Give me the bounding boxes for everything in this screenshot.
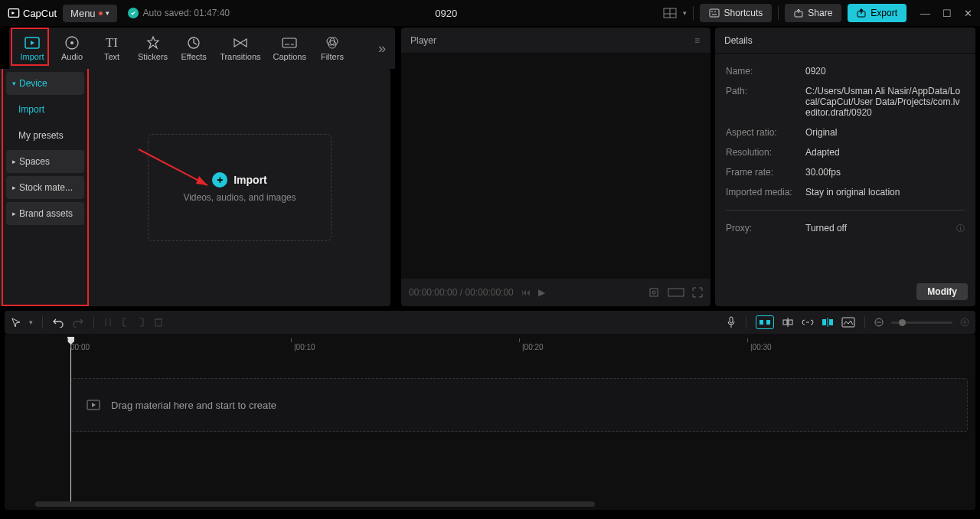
cover-icon[interactable] bbox=[841, 317, 855, 328]
top-bar: CapCut Menu ▾ Auto saved: 01:47:40 0920 … bbox=[0, 0, 980, 26]
zoom-out-icon[interactable] bbox=[874, 318, 884, 327]
sidebar-label: Import bbox=[18, 104, 44, 115]
autosave-status: Auto saved: 01:47:40 bbox=[128, 8, 230, 18]
pointer-tool-icon[interactable] bbox=[11, 317, 21, 328]
transitions-icon bbox=[233, 35, 248, 51]
maximize-icon[interactable]: ☐ bbox=[942, 8, 952, 19]
undo-icon[interactable] bbox=[52, 317, 64, 328]
menu-button[interactable]: Menu ▾ bbox=[63, 5, 117, 22]
mic-icon[interactable] bbox=[726, 316, 737, 328]
export-button[interactable]: Export bbox=[848, 4, 906, 22]
import-area: + Import Videos, audios, and images bbox=[89, 69, 390, 306]
detail-value: 0920 bbox=[805, 66, 826, 77]
prev-frame-icon[interactable]: ⏮ bbox=[521, 287, 531, 298]
svg-point-21 bbox=[328, 41, 336, 48]
tab-label: Stickers bbox=[138, 52, 168, 61]
player-menu-icon[interactable]: ≡ bbox=[694, 35, 701, 46]
more-tabs-icon[interactable]: » bbox=[372, 41, 392, 57]
timeline-toolbar: ▾ bbox=[5, 311, 975, 334]
close-icon[interactable]: ✕ bbox=[964, 8, 972, 19]
media-icon bbox=[87, 400, 100, 410]
tool-tabs: Import Audio TI Text Stickers Effects Tr… bbox=[9, 28, 395, 69]
chevron-down-icon: ▾ bbox=[106, 9, 109, 17]
sidebar-item-import[interactable]: Import bbox=[6, 98, 84, 121]
sidebar-item-spaces[interactable]: ▸Spaces bbox=[6, 150, 84, 173]
ruler-tick: |00:30 bbox=[750, 343, 772, 351]
detail-label: Imported media: bbox=[726, 187, 805, 197]
preview-snap-icon[interactable] bbox=[822, 317, 834, 328]
svg-rect-28 bbox=[155, 319, 162, 326]
tab-text[interactable]: TI Text bbox=[92, 32, 132, 64]
link-icon[interactable] bbox=[802, 318, 814, 326]
minimize-icon[interactable]: — bbox=[920, 8, 930, 19]
ruler-tick: 00:00 bbox=[70, 343, 90, 351]
detail-label: Name: bbox=[726, 66, 805, 77]
play-icon[interactable]: ▶ bbox=[538, 287, 545, 298]
timeline-drop-text: Drag material here and start to create bbox=[111, 400, 276, 411]
tab-import[interactable]: Import bbox=[12, 32, 52, 64]
detail-value: C:/Users/Usman Ali Nasir/AppData/Local/C… bbox=[805, 86, 965, 118]
tab-stickers[interactable]: Stickers bbox=[132, 32, 174, 64]
chevron-down-icon[interactable]: ▾ bbox=[29, 318, 33, 326]
tab-filters[interactable]: Filters bbox=[312, 32, 352, 64]
layout-icon[interactable] bbox=[663, 8, 677, 18]
app-logo: CapCut bbox=[8, 7, 57, 19]
zoom-in-icon[interactable] bbox=[960, 318, 969, 327]
share-icon bbox=[794, 8, 803, 18]
playhead[interactable] bbox=[70, 337, 71, 502]
scale-icon[interactable] bbox=[648, 286, 660, 299]
tab-effects[interactable]: Effects bbox=[174, 32, 214, 64]
player-viewport[interactable] bbox=[401, 54, 710, 279]
tab-audio[interactable]: Audio bbox=[52, 32, 92, 64]
modify-button[interactable]: Modify bbox=[916, 283, 968, 300]
scrollbar-thumb[interactable] bbox=[35, 501, 595, 507]
import-dropzone[interactable]: + Import Videos, audios, and images bbox=[148, 134, 332, 241]
tab-label: Import bbox=[20, 52, 44, 61]
info-icon[interactable]: ⓘ bbox=[956, 223, 965, 234]
tab-captions[interactable]: Captions bbox=[267, 32, 312, 64]
tab-label: Text bbox=[104, 52, 119, 61]
sidebar-label: Stock mate... bbox=[19, 182, 73, 193]
detail-label: Path: bbox=[726, 86, 805, 118]
share-button[interactable]: Share bbox=[785, 4, 841, 22]
captions-icon bbox=[282, 35, 297, 51]
split-icon[interactable] bbox=[103, 317, 113, 328]
snap-icon[interactable] bbox=[756, 315, 774, 329]
details-title: Details bbox=[724, 35, 753, 46]
chevron-right-icon: ▸ bbox=[12, 184, 16, 191]
tab-label: Audio bbox=[61, 52, 83, 61]
sidebar-item-presets[interactable]: My presets bbox=[6, 124, 84, 147]
sidebar-item-device[interactable]: ▾Device bbox=[6, 72, 84, 95]
zoom-slider[interactable] bbox=[891, 322, 952, 324]
fullscreen-icon[interactable] bbox=[692, 287, 703, 298]
timeline[interactable]: 00:00 |00:10 |00:20 |00:30 Drag material… bbox=[5, 334, 975, 510]
detail-label: Resolution: bbox=[726, 147, 805, 158]
align-icon[interactable] bbox=[782, 317, 794, 328]
detail-row-proxy: Proxy:Turned offⓘ bbox=[726, 218, 965, 239]
window-controls: — ☐ ✕ bbox=[920, 8, 972, 19]
sidebar-label: Spaces bbox=[19, 156, 50, 167]
chevron-down-icon[interactable]: ▾ bbox=[683, 9, 687, 17]
markout-left-icon[interactable] bbox=[120, 317, 129, 328]
share-label: Share bbox=[808, 8, 832, 18]
sidebar-item-stock[interactable]: ▸Stock mate... bbox=[6, 176, 84, 199]
redo-icon[interactable] bbox=[72, 317, 84, 328]
tab-transitions[interactable]: Transitions bbox=[214, 32, 266, 64]
svg-rect-31 bbox=[760, 320, 763, 325]
shortcuts-button[interactable]: Shortcuts bbox=[700, 4, 773, 22]
detail-row-imported: Imported media:Stay in original location bbox=[726, 182, 965, 202]
svg-rect-4 bbox=[710, 9, 719, 17]
divider bbox=[93, 316, 94, 328]
svg-rect-38 bbox=[829, 319, 833, 325]
modify-label: Modify bbox=[927, 286, 957, 297]
markout-right-icon[interactable] bbox=[137, 317, 146, 328]
timeline-ruler[interactable]: 00:00 |00:10 |00:20 |00:30 bbox=[70, 337, 975, 355]
svg-rect-39 bbox=[842, 318, 854, 327]
timeline-dropzone[interactable]: Drag material here and start to create bbox=[70, 378, 968, 432]
sidebar-item-brand[interactable]: ▸Brand assets bbox=[6, 202, 84, 225]
ruler-tick: |00:10 bbox=[294, 343, 315, 351]
ratio-icon[interactable] bbox=[668, 288, 684, 297]
delete-icon[interactable] bbox=[154, 317, 163, 328]
timeline-scrollbar[interactable] bbox=[35, 501, 968, 507]
divider bbox=[726, 210, 965, 211]
